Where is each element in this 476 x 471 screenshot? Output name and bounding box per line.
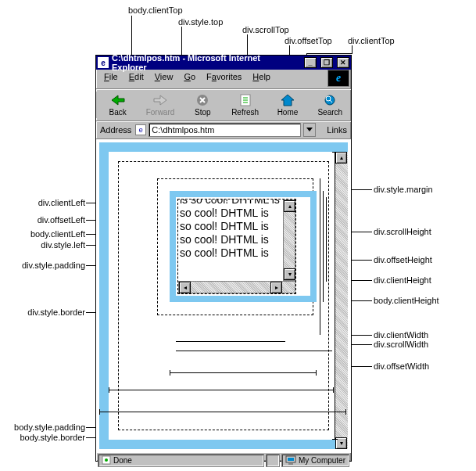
search-label: Search xyxy=(317,108,342,117)
toolbar: Back Forward Stop Refresh Home xyxy=(96,89,351,121)
arrow-right-icon xyxy=(153,93,167,107)
label-body-clientTop: body.clientTop xyxy=(128,5,183,15)
div-scrollbar-vertical[interactable]: ▴ ▾ xyxy=(283,200,295,281)
label-div-scrollHeight: div.scrollHeight xyxy=(374,227,431,236)
menu-file[interactable]: File xyxy=(99,71,123,87)
titlebar: e C:\dhtmlpos.htm - Microsoft Internet E… xyxy=(96,56,351,70)
dim-div-clientWidth xyxy=(176,341,285,342)
label-div-clientWidth: div.clientWidth xyxy=(374,330,428,340)
dim-cap xyxy=(109,387,109,393)
document-icon: e xyxy=(135,124,146,135)
refresh-icon xyxy=(238,93,252,107)
forward-button[interactable]: Forward xyxy=(138,92,181,118)
dim-body-offsetWidth xyxy=(99,412,346,412)
label-body-clientHeight: body.clientHeight xyxy=(374,296,439,305)
label-body-style-border: body.style.border xyxy=(20,433,85,442)
menu-view[interactable]: View xyxy=(150,71,178,87)
leader xyxy=(306,53,353,54)
menu-help[interactable]: Help xyxy=(248,71,275,87)
label-div-style-padding: div.style.padding xyxy=(22,261,85,270)
label-div-style-margin: div.style.margin xyxy=(374,185,433,194)
search-icon xyxy=(323,93,337,107)
close-button[interactable]: ✕ xyxy=(337,57,349,68)
scroll-up-button[interactable]: ▴ xyxy=(284,200,295,212)
label-div-offsetTop: div.offsetTop xyxy=(285,36,332,45)
stop-icon xyxy=(195,93,209,107)
dim-body-clientWidth xyxy=(109,390,334,390)
label-div-scrollWidth: div.scrollWidth xyxy=(374,340,428,349)
dim-cap xyxy=(99,409,100,415)
dim-cap xyxy=(332,152,338,153)
status-zone-cell: My Computer xyxy=(281,454,349,467)
links-label[interactable]: Links xyxy=(325,125,349,135)
forward-label: Forward xyxy=(146,108,175,117)
dim-cap xyxy=(345,409,346,415)
menu-edit[interactable]: Edit xyxy=(124,71,149,87)
dim-cap xyxy=(333,387,334,393)
dim-div-offsetHeight xyxy=(323,191,324,302)
dim-div-scrollWidth xyxy=(176,351,332,351)
stop-label: Stop xyxy=(195,108,211,117)
menu-favorites[interactable]: Favorites xyxy=(202,71,246,87)
arrow-left-icon xyxy=(111,93,125,107)
dim-cap xyxy=(170,370,170,376)
status-done-label: Done xyxy=(113,456,132,465)
label-body-clientLeft: body.clientLeft xyxy=(30,229,85,239)
body-scrollbar-vertical[interactable]: ▴ ▾ xyxy=(335,152,348,449)
svg-point-6 xyxy=(105,458,108,462)
label-div-offsetHeight: div.offsetHeight xyxy=(374,255,432,264)
back-button[interactable]: Back xyxy=(96,92,138,118)
home-icon xyxy=(281,93,295,107)
label-div-style-top: div.style.top xyxy=(178,17,223,27)
ie-doc-icon: e xyxy=(98,57,109,68)
label-div-clientHeight: div.clientHeight xyxy=(374,275,431,285)
label-div-clientTop: div.clientTop xyxy=(348,36,395,45)
label-body-style-padding: body.style.padding xyxy=(14,422,85,432)
status-done-cell: Done xyxy=(98,454,264,467)
scroll-right-button[interactable]: ▸ xyxy=(270,282,282,293)
svg-rect-9 xyxy=(288,463,293,465)
scroll-up-button[interactable]: ▴ xyxy=(335,152,347,164)
status-empty-cell xyxy=(266,454,280,467)
maximize-button[interactable]: ❐ xyxy=(320,57,333,68)
div-scrollbar-horizontal[interactable]: ◂ ▸ xyxy=(178,281,295,293)
done-icon xyxy=(102,455,111,466)
stop-button[interactable]: Stop xyxy=(181,92,224,118)
address-dropdown-button[interactable] xyxy=(303,123,316,137)
home-button[interactable]: Home xyxy=(266,92,308,118)
content-text: is so cool! DHTML is so cool! DHTML is s… xyxy=(180,200,281,260)
home-label: Home xyxy=(277,108,299,117)
dim-div-offsetWidth xyxy=(170,372,317,373)
chevron-down-icon xyxy=(306,128,313,132)
address-input[interactable]: C:\dhtmlpos.htm xyxy=(149,123,301,137)
status-zone-label: My Computer xyxy=(299,456,345,465)
address-label: Address xyxy=(98,125,133,135)
ie-logo-icon: e xyxy=(327,70,349,87)
address-bar: Address e C:\dhtmlpos.htm Links xyxy=(96,121,351,139)
menu-bar: File Edit View Go Favorites Help e xyxy=(96,70,351,89)
dim-div-scrollHeight xyxy=(320,178,320,335)
dim-cap xyxy=(316,370,317,376)
refresh-label: Refresh xyxy=(231,108,259,117)
scroll-left-button[interactable]: ◂ xyxy=(179,282,191,293)
search-button[interactable]: Search xyxy=(309,92,351,118)
dim-cap xyxy=(332,439,338,440)
browser-window: e C:\dhtmlpos.htm - Microsoft Internet E… xyxy=(95,55,352,462)
window-title: C:\dhtmlpos.htm - Microsoft Internet Exp… xyxy=(112,53,297,72)
label-div-style-left: div.style.left xyxy=(41,240,85,250)
status-bar: Done My Computer xyxy=(96,452,351,468)
computer-icon xyxy=(285,455,296,466)
content-area: ▴ ▾ is so cool! DHTML is so cool! DHTML … xyxy=(96,139,351,452)
minimize-button[interactable]: _ xyxy=(304,57,317,68)
leader xyxy=(352,45,353,53)
dim-body-clientHeight xyxy=(335,152,335,440)
label-div-offsetLeft: div.offsetLeft xyxy=(38,215,85,225)
menu-go[interactable]: Go xyxy=(179,71,200,87)
label-div-scrollTop: div.scrollTop xyxy=(242,25,289,34)
scroll-down-button[interactable]: ▾ xyxy=(284,268,295,280)
svg-rect-8 xyxy=(288,458,294,461)
label-div-offsetWidth: div.offsetWidth xyxy=(374,361,429,371)
label-div-style-border: div.style.border xyxy=(27,307,85,317)
refresh-button[interactable]: Refresh xyxy=(224,92,266,118)
dim-div-clientHeight xyxy=(326,197,327,282)
